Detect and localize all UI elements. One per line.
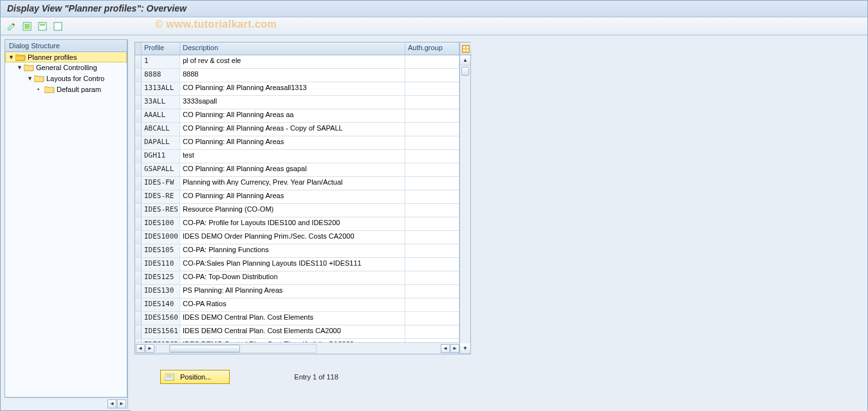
table-row[interactable]: IDES110CO-PA:Sales Plan Planning Layouts… bbox=[135, 258, 459, 271]
row-selector[interactable] bbox=[135, 150, 142, 163]
cell-description: CO Planning: All Planning Areas - Copy o… bbox=[180, 123, 405, 136]
row-selector[interactable] bbox=[135, 325, 142, 338]
row-selector[interactable] bbox=[135, 136, 142, 149]
toggle-edit-icon[interactable] bbox=[6, 21, 17, 32]
position-button[interactable]: Position... bbox=[160, 370, 230, 384]
expand-icon[interactable]: ▼ bbox=[27, 75, 33, 82]
entry-status: Entry 1 of 118 bbox=[294, 373, 338, 381]
vscroll-thumb[interactable] bbox=[461, 67, 469, 76]
folder-open-icon bbox=[15, 53, 26, 61]
svg-rect-2 bbox=[39, 23, 46, 30]
row-selector[interactable] bbox=[135, 298, 142, 311]
table-row[interactable]: IDES1561IDES DEMO Central Plan. Cost Ele… bbox=[135, 325, 459, 339]
cell-profile: 1313ALL bbox=[142, 82, 180, 95]
table-row[interactable]: IDES100CO-PA: Profile for Layouts IDES10… bbox=[135, 217, 459, 231]
col-description[interactable]: Description bbox=[180, 42, 405, 55]
row-selector[interactable] bbox=[135, 109, 142, 122]
row-selector[interactable] bbox=[135, 204, 142, 217]
svg-rect-12 bbox=[166, 376, 172, 377]
col-selector[interactable] bbox=[135, 42, 142, 55]
cell-authgroup bbox=[405, 150, 459, 163]
row-selector[interactable] bbox=[135, 96, 142, 109]
cell-description: pl of rev & cost ele bbox=[180, 55, 405, 68]
hscroll-track[interactable] bbox=[156, 344, 317, 353]
row-selector[interactable] bbox=[135, 258, 142, 271]
svg-rect-5 bbox=[462, 45, 470, 53]
table-row[interactable]: 1313ALLCO Planning: All Planning Areasal… bbox=[135, 82, 459, 96]
row-selector[interactable] bbox=[135, 69, 142, 82]
expand-icon[interactable]: ▼ bbox=[17, 64, 23, 71]
cell-description: CO Planning: All Planning Areas aa bbox=[180, 109, 405, 122]
svg-rect-13 bbox=[166, 378, 172, 378]
tree-node-general-controlling[interactable]: ▼ General Controlling bbox=[5, 62, 127, 73]
cell-profile: IDES1560 bbox=[142, 312, 180, 325]
folder-icon bbox=[44, 85, 55, 93]
scroll-left-end-icon[interactable]: ◄ bbox=[441, 344, 450, 353]
row-selector[interactable] bbox=[135, 244, 142, 257]
row-selector[interactable] bbox=[135, 177, 142, 190]
cell-authgroup bbox=[405, 82, 459, 95]
cell-description: IDES DEMO Central Plan. Cost Elements bbox=[180, 312, 405, 325]
cell-authgroup bbox=[405, 123, 459, 136]
select-block-icon[interactable] bbox=[37, 21, 48, 32]
row-selector[interactable] bbox=[135, 271, 142, 284]
row-selector[interactable] bbox=[135, 163, 142, 176]
row-selector[interactable] bbox=[135, 55, 142, 68]
table-row[interactable]: IDES-FWPlanning with Any Currency, Prev.… bbox=[135, 177, 459, 190]
table-row[interactable]: IDES1000IDES DEMO Order Planning Prim./S… bbox=[135, 231, 459, 244]
row-selector[interactable] bbox=[135, 231, 142, 244]
cell-profile: IDES-FW bbox=[142, 177, 180, 190]
cell-description: CO Planning: All Planning Areasall1313 bbox=[180, 82, 405, 95]
table-row[interactable]: IDES130PS Planning: All Planning Areas bbox=[135, 285, 459, 298]
tree-node-default-param[interactable]: • Default param bbox=[5, 84, 127, 95]
table-row[interactable]: DGH11test bbox=[135, 150, 459, 163]
cell-authgroup bbox=[405, 55, 459, 68]
table-row[interactable]: IDES140CO-PA Ratios bbox=[135, 298, 459, 312]
select-all-icon[interactable] bbox=[21, 21, 33, 32]
hscroll-thumb[interactable] bbox=[169, 345, 240, 352]
scroll-right-icon[interactable]: ► bbox=[117, 399, 126, 408]
cell-authgroup bbox=[405, 258, 459, 271]
bullet-icon: • bbox=[37, 86, 44, 93]
table-row[interactable]: IDES-RESResource Planning (CO-OM) bbox=[135, 204, 459, 217]
cell-description: test bbox=[180, 150, 405, 163]
scroll-up-icon[interactable]: ▲ bbox=[460, 55, 470, 66]
cell-profile: 1 bbox=[142, 55, 180, 68]
table-row[interactable]: 33ALL3333sapall bbox=[135, 96, 459, 109]
cell-description: CO Planning: All Planning Areas gsapal bbox=[180, 163, 405, 176]
table-row[interactable]: GSAPALLCO Planning: All Planning Areas g… bbox=[135, 163, 459, 177]
table-row[interactable]: DAPALLCO Planning: All Planning Areas bbox=[135, 136, 459, 150]
col-profile[interactable]: Profile bbox=[142, 42, 180, 55]
row-selector[interactable] bbox=[135, 82, 142, 95]
vscroll-track[interactable] bbox=[460, 66, 470, 343]
table-row[interactable]: AAALLCO Planning: All Planning Areas aa bbox=[135, 109, 459, 123]
position-label: Position... bbox=[180, 373, 211, 381]
row-selector[interactable] bbox=[135, 217, 142, 230]
cell-profile: IDES140 bbox=[142, 298, 180, 311]
grid-vscroll: ▲ ▼ bbox=[459, 42, 471, 354]
row-selector[interactable] bbox=[135, 123, 142, 136]
deselect-all-icon[interactable] bbox=[52, 21, 64, 32]
table-row[interactable]: IDES105CO-PA: Planning Functions bbox=[135, 244, 459, 258]
scroll-right-end-icon[interactable]: ► bbox=[450, 344, 459, 353]
table-row[interactable]: 88888888 bbox=[135, 69, 459, 82]
expand-icon[interactable]: ▼ bbox=[8, 54, 15, 60]
row-selector[interactable] bbox=[135, 312, 142, 325]
table-settings-button[interactable] bbox=[460, 42, 472, 55]
table-row[interactable]: 1pl of rev & cost ele bbox=[135, 55, 459, 69]
scroll-left-icon[interactable]: ◄ bbox=[136, 344, 145, 353]
scroll-left-icon[interactable]: ◄ bbox=[107, 399, 116, 408]
table-row[interactable]: IDES-RECO Planning: All Planning Areas bbox=[135, 190, 459, 204]
scroll-right-icon[interactable]: ► bbox=[145, 344, 154, 353]
tree-node-planner-profiles[interactable]: ▼ Planner profiles bbox=[5, 52, 127, 62]
table-row[interactable]: IDES125CO-PA: Top-Down Distribution bbox=[135, 271, 459, 285]
cell-authgroup bbox=[405, 231, 459, 244]
scroll-down-icon[interactable]: ▼ bbox=[460, 343, 470, 354]
table-row[interactable]: IDES1560IDES DEMO Central Plan. Cost Ele… bbox=[135, 312, 459, 325]
col-authgroup[interactable]: Auth.group bbox=[405, 42, 459, 55]
row-selector[interactable] bbox=[135, 285, 142, 298]
tree-node-layouts[interactable]: ▼ Layouts for Contro bbox=[5, 73, 127, 84]
row-selector[interactable] bbox=[135, 190, 142, 203]
table-row[interactable]: ABCALLCO Planning: All Planning Areas - … bbox=[135, 123, 459, 136]
cell-authgroup bbox=[405, 325, 459, 338]
